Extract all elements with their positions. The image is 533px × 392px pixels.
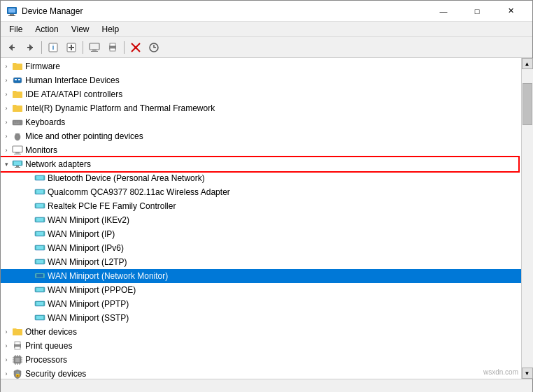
svg-rect-41 bbox=[14, 161, 21, 165]
svg-rect-17 bbox=[110, 43, 115, 46]
tree-arrow-security[interactable]: › bbox=[1, 368, 12, 379]
tree-item-firmware[interactable]: › Firmware bbox=[1, 59, 521, 73]
tree-icon-wan-ipv6 bbox=[34, 242, 45, 254]
tree-arrow-other[interactable]: › bbox=[1, 326, 12, 338]
scan-button[interactable] bbox=[63, 40, 80, 55]
tree-item-qualcomm[interactable]: Qualcomm QCA9377 802.11ac Wireless Adapt… bbox=[1, 185, 521, 199]
tree-arrow-hid[interactable]: › bbox=[1, 74, 12, 87]
tree-item-bluetooth[interactable]: Bluetooth Device (Personal Area Network) bbox=[1, 171, 521, 185]
menu-help[interactable]: Help bbox=[97, 23, 125, 36]
tree-item-wan-ikev2[interactable]: WAN Miniport (IKEv2) bbox=[1, 213, 521, 227]
tree-arrow-keyboards[interactable]: › bbox=[1, 116, 12, 129]
title-text: Device Manager bbox=[22, 6, 83, 16]
menu-action[interactable]: Action bbox=[29, 23, 64, 36]
tree-arrow-print[interactable]: › bbox=[1, 340, 12, 352]
tree-item-realtek[interactable]: Realtek PCIe FE Family Controller bbox=[1, 199, 521, 213]
svg-text:i: i bbox=[52, 44, 55, 51]
tree-arrow-intel[interactable]: › bbox=[1, 102, 12, 115]
menu-bar: File Action View Help bbox=[1, 22, 532, 37]
title-controls: — □ ✕ bbox=[427, 4, 527, 18]
tree-icon-ide bbox=[12, 89, 23, 100]
tree-label-intel: Intel(R) Dynamic Platform and Thermal Fr… bbox=[25, 102, 215, 115]
tree-item-mice[interactable]: › Mice and other pointing devices bbox=[1, 129, 521, 143]
tree-arrow-mice[interactable]: › bbox=[1, 130, 12, 143]
tree-arrow-ide[interactable]: › bbox=[1, 88, 12, 101]
properties-button[interactable]: i bbox=[45, 40, 62, 55]
maximize-button[interactable]: □ bbox=[461, 4, 493, 18]
tree-arrow-network[interactable]: ▾ bbox=[1, 158, 12, 170]
scroll-down-button[interactable]: ▼ bbox=[522, 368, 533, 379]
tree-label-wan-ip: WAN Miniport (IP) bbox=[48, 228, 115, 240]
tree-arrow-monitors[interactable]: › bbox=[1, 144, 12, 157]
tree-arrow-processors[interactable]: › bbox=[1, 354, 12, 366]
tree-item-ide[interactable]: › IDE ATA/ATAPI controllers bbox=[1, 87, 521, 101]
tree-item-wan-netmon[interactable]: WAN Miniport (Network Monitor) bbox=[1, 269, 521, 283]
tree-label-realtek: Realtek PCIe FE Family Controller bbox=[48, 200, 176, 212]
svg-rect-38 bbox=[15, 152, 20, 154]
svg-rect-51 bbox=[36, 218, 43, 222]
display-button[interactable] bbox=[86, 40, 103, 55]
svg-rect-28 bbox=[13, 120, 22, 125]
tree-item-keyboards[interactable]: › Keyboards bbox=[1, 115, 521, 129]
tree-item-hid[interactable]: › Human Interface Devices bbox=[1, 73, 521, 87]
scrollbar[interactable]: ▲ ▼ bbox=[521, 58, 532, 379]
printer-button[interactable] bbox=[104, 40, 121, 55]
tree-item-network[interactable]: ▾ Network adapters bbox=[1, 157, 521, 171]
forward-button[interactable] bbox=[22, 40, 38, 55]
tree-label-hid: Human Interface Devices bbox=[25, 74, 120, 87]
tree-item-wan-ip[interactable]: WAN Miniport (IP) bbox=[1, 227, 521, 241]
minimize-button[interactable]: — bbox=[427, 4, 460, 18]
svg-rect-55 bbox=[36, 246, 43, 249]
tree-item-wan-pptp[interactable]: WAN Miniport (PPTP) bbox=[1, 297, 521, 311]
svg-rect-53 bbox=[36, 232, 43, 235]
tree-icon-wan-pptp bbox=[34, 298, 45, 310]
tree-item-processors[interactable]: › Processors bbox=[1, 353, 521, 367]
tree-item-wan-ipv6[interactable]: WAN Miniport (IPv6) bbox=[1, 241, 521, 255]
svg-rect-69 bbox=[15, 347, 20, 349]
menu-file[interactable]: File bbox=[3, 23, 28, 36]
back-button[interactable] bbox=[3, 40, 20, 55]
tree-label-wan-ipv6: WAN Miniport (IPv6) bbox=[48, 242, 124, 254]
tree-item-other[interactable]: › Other devices bbox=[1, 325, 521, 339]
tree-item-wan-l2tp[interactable]: WAN Miniport (L2TP) bbox=[1, 255, 521, 269]
svg-rect-1 bbox=[8, 8, 15, 13]
tree-item-monitors[interactable]: › Monitors bbox=[1, 143, 521, 157]
svg-rect-29 bbox=[14, 122, 15, 123]
tree-item-print[interactable]: › Print queues bbox=[1, 339, 521, 353]
title-icon bbox=[6, 6, 17, 17]
svg-rect-2 bbox=[10, 14, 14, 15]
svg-rect-5 bbox=[9, 47, 15, 48]
tree-arrow-firmware[interactable]: › bbox=[1, 60, 12, 73]
tree-label-wan-pptp: WAN Miniport (PPTP) bbox=[48, 298, 129, 310]
update-button[interactable] bbox=[145, 40, 162, 55]
tree-wrapper: › Firmware› Human Interface Devices› IDE… bbox=[1, 58, 521, 379]
svg-rect-13 bbox=[90, 43, 99, 50]
svg-rect-15 bbox=[91, 51, 98, 52]
remove-button[interactable] bbox=[127, 40, 144, 55]
tree-panel[interactable]: › Firmware› Human Interface Devices› IDE… bbox=[1, 58, 521, 379]
svg-rect-59 bbox=[36, 274, 43, 277]
svg-rect-43 bbox=[15, 167, 20, 168]
tree-label-qualcomm: Qualcomm QCA9377 802.11ac Wireless Adapt… bbox=[48, 186, 230, 198]
svg-rect-3 bbox=[8, 15, 15, 16]
tree-item-wan-sstp[interactable]: WAN Miniport (SSTP) bbox=[1, 311, 521, 325]
tree-icon-wan-ip bbox=[34, 228, 45, 240]
tree-label-wan-pppoe: WAN Miniport (PPPOE) bbox=[48, 284, 136, 296]
svg-rect-65 bbox=[36, 316, 43, 319]
tree-icon-qualcomm bbox=[34, 187, 45, 198]
svg-rect-7 bbox=[27, 47, 33, 48]
tree-label-wan-ikev2: WAN Miniport (IKEv2) bbox=[48, 214, 129, 226]
tree-label-mice: Mice and other pointing devices bbox=[25, 130, 143, 143]
svg-rect-27 bbox=[13, 106, 22, 112]
close-button[interactable]: ✕ bbox=[495, 4, 527, 18]
tree-icon-mice bbox=[12, 131, 23, 142]
scroll-thumb[interactable] bbox=[523, 83, 532, 125]
tree-icon-print bbox=[12, 340, 23, 351]
menu-view[interactable]: View bbox=[66, 23, 95, 36]
tree-icon-other bbox=[12, 326, 23, 337]
tree-item-wan-pppoe[interactable]: WAN Miniport (PPPOE) bbox=[1, 283, 521, 297]
scroll-up-button[interactable]: ▲ bbox=[522, 58, 533, 69]
tree-item-intel[interactable]: › Intel(R) Dynamic Platform and Thermal … bbox=[1, 101, 521, 115]
tree-item-security[interactable]: › 🔒 Security devices bbox=[1, 367, 521, 379]
tree-icon-wan-pppoe bbox=[34, 284, 45, 296]
